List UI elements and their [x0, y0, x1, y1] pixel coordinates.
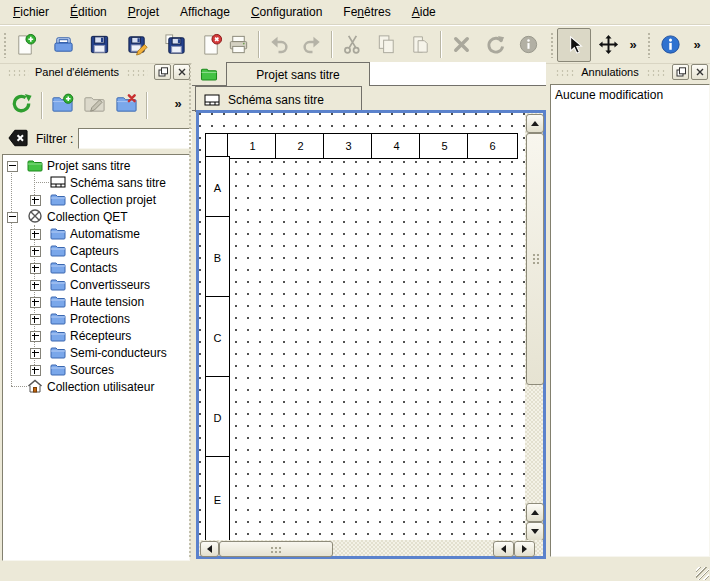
undo-history-list[interactable]: Aucune modification — [550, 84, 710, 557]
copy-button[interactable] — [371, 29, 401, 59]
menu-affichage[interactable]: Affichage — [172, 1, 238, 23]
panel-toolbar-separator — [41, 92, 42, 119]
filter-row: Filtrer : — [0, 126, 192, 154]
expand-toggler[interactable] — [30, 365, 41, 376]
expand-toggler[interactable] — [30, 246, 41, 257]
schema-tabbar: Schéma sans titre — [192, 86, 546, 111]
tree-item-sources[interactable]: Sources — [3, 361, 189, 378]
vertical-scroll-thumb[interactable] — [526, 133, 544, 385]
tree-item-recepteurs[interactable]: Récepteurs — [3, 327, 189, 344]
tree-item-semi-conducteurs[interactable]: Semi-conducteurs — [3, 344, 189, 361]
collapse-toggler[interactable] — [7, 212, 18, 223]
dock-float-button[interactable] — [154, 64, 171, 80]
element-info-button[interactable] — [513, 29, 543, 59]
tree-item-collection-projet[interactable]: Collection projet — [3, 191, 189, 208]
expand-toggler[interactable] — [30, 331, 41, 342]
new-folder-icon — [51, 92, 74, 115]
menu-configuration[interactable]: Configuration — [243, 1, 330, 23]
float-icon — [158, 67, 168, 77]
redo-icon — [301, 33, 324, 56]
tree-item-haute-tension[interactable]: Haute tension — [3, 293, 189, 310]
reload-collections-button[interactable] — [6, 88, 36, 118]
expand-toggler[interactable] — [30, 229, 41, 240]
vertical-scrollbar[interactable] — [525, 113, 543, 540]
expand-toggler[interactable] — [30, 263, 41, 274]
tree-item-collection-qet[interactable]: Collection QET — [3, 208, 189, 225]
scroll-left-button[interactable] — [493, 541, 514, 557]
open-button[interactable] — [48, 29, 78, 59]
dock-close-button[interactable] — [691, 64, 708, 80]
tab-projet-sans-titre[interactable]: Projet sans titre — [226, 62, 370, 87]
element-info-icon — [517, 33, 540, 56]
folder-icon — [50, 277, 66, 291]
splitter-handle[interactable] — [188, 62, 192, 559]
undo-button[interactable] — [263, 29, 293, 59]
dock-float-button[interactable] — [672, 64, 689, 80]
dock-title-texture[interactable] — [645, 68, 666, 77]
tree-item-protections[interactable]: Protections — [3, 310, 189, 327]
arrow-up-icon — [531, 121, 539, 126]
menu-fichier[interactable]: Fichier — [5, 1, 57, 23]
toolbar-handle[interactable] — [2, 31, 8, 58]
tree-item-collection-utilisateur[interactable]: Collection utilisateur — [3, 378, 189, 395]
move-mode-button[interactable] — [593, 29, 623, 59]
menu-fenetres[interactable]: Fenêtres — [335, 1, 398, 23]
scroll-right-button[interactable] — [514, 541, 535, 557]
save-as-button[interactable] — [122, 29, 152, 59]
dock-title-texture[interactable] — [6, 68, 29, 77]
collapse-toggler[interactable] — [7, 161, 18, 172]
delete-category-button[interactable] — [111, 88, 141, 118]
expand-toggler[interactable] — [30, 348, 41, 359]
save-button[interactable] — [84, 29, 114, 59]
new-category-button[interactable] — [47, 88, 77, 118]
folder-icon — [50, 226, 66, 240]
delete-button[interactable] — [446, 29, 476, 59]
print-button[interactable] — [223, 29, 253, 59]
diagram-canvas[interactable]: 1 2 3 4 5 6 A B C D E — [199, 113, 525, 540]
expand-toggler[interactable] — [30, 297, 41, 308]
filter-input[interactable] — [78, 128, 192, 149]
tree-item-automatisme[interactable]: Automatisme — [3, 225, 189, 242]
scroll-down-button[interactable] — [526, 522, 544, 541]
rotate-button[interactable] — [480, 29, 510, 59]
expand-toggler[interactable] — [30, 314, 41, 325]
edit-category-button[interactable] — [79, 88, 109, 118]
panel-toolbar-separator — [146, 92, 147, 119]
tab-schema-sans-titre[interactable]: Schéma sans titre — [195, 86, 362, 112]
toolbar-overflow-chevron[interactable]: » — [624, 29, 642, 59]
expand-toggler[interactable] — [30, 280, 41, 291]
horizontal-scroll-thumb[interactable] — [219, 541, 333, 557]
tree-item-convertisseurs[interactable]: Convertisseurs — [3, 276, 189, 293]
menu-projet[interactable]: Projet — [120, 1, 167, 23]
elements-tree[interactable]: Projet sans titre Schéma sans titre Coll… — [2, 154, 190, 561]
thumb-grip — [269, 545, 283, 554]
menu-aide[interactable]: Aide — [404, 1, 444, 23]
about-button[interactable] — [655, 29, 685, 59]
dock-title-texture[interactable] — [125, 68, 148, 77]
toolbar-overflow-chevron[interactable]: » — [688, 29, 706, 59]
cut-button[interactable] — [337, 29, 367, 59]
scroll-up-button[interactable] — [526, 114, 544, 133]
menu-edition[interactable]: Édition — [62, 1, 115, 23]
panel-overflow-chevron[interactable]: » — [166, 88, 190, 118]
close-file-button[interactable] — [196, 29, 226, 59]
paste-button[interactable] — [405, 29, 435, 59]
select-mode-button[interactable] — [557, 28, 591, 62]
tree-item-contacts[interactable]: Contacts — [3, 259, 189, 276]
tree-item-capteurs[interactable]: Capteurs — [3, 242, 189, 259]
scroll-left-button[interactable] — [200, 541, 219, 557]
redo-button[interactable] — [297, 29, 327, 59]
scroll-up-button[interactable] — [526, 503, 544, 522]
expand-toggler[interactable] — [30, 195, 41, 206]
tree-item-project[interactable]: Projet sans titre — [3, 157, 189, 174]
save-all-button[interactable] — [160, 29, 190, 59]
new-document-button[interactable] — [10, 29, 40, 59]
resize-grip[interactable] — [696, 567, 709, 580]
horizontal-scrollbar[interactable] — [199, 540, 543, 556]
toolbar-handle[interactable] — [646, 31, 652, 58]
dock-title-texture[interactable] — [554, 68, 575, 77]
toolbar-handle[interactable] — [549, 31, 555, 58]
undo-list-item[interactable]: Aucune modification — [551, 85, 709, 105]
clear-filter-button[interactable] — [7, 128, 29, 151]
tree-item-schema[interactable]: Schéma sans titre — [3, 174, 189, 191]
